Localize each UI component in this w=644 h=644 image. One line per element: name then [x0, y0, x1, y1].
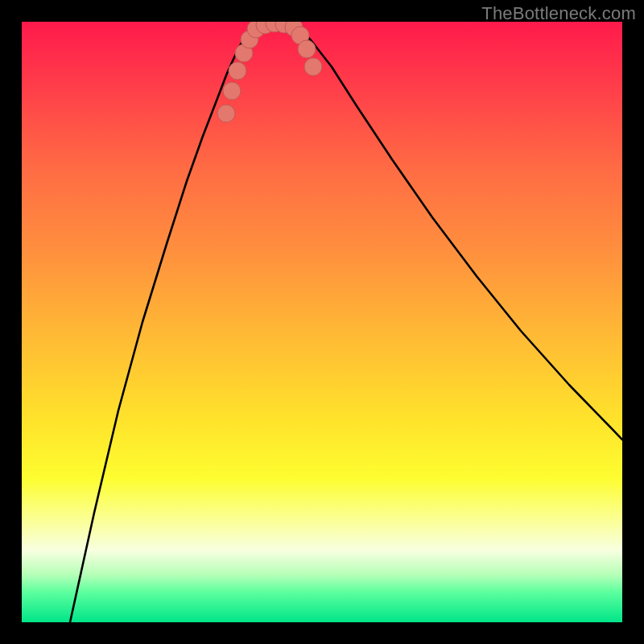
plot-gradient-background [22, 22, 622, 622]
highlight-dot [304, 58, 322, 76]
highlight-dot [298, 40, 316, 58]
highlight-dots-group [22, 22, 622, 622]
outer-frame: TheBottleneck.com [0, 0, 644, 644]
highlight-dot [217, 105, 235, 122]
highlight-dot [223, 82, 241, 100]
watermark-text: TheBottleneck.com [481, 3, 636, 24]
highlight-dot [229, 62, 246, 80]
